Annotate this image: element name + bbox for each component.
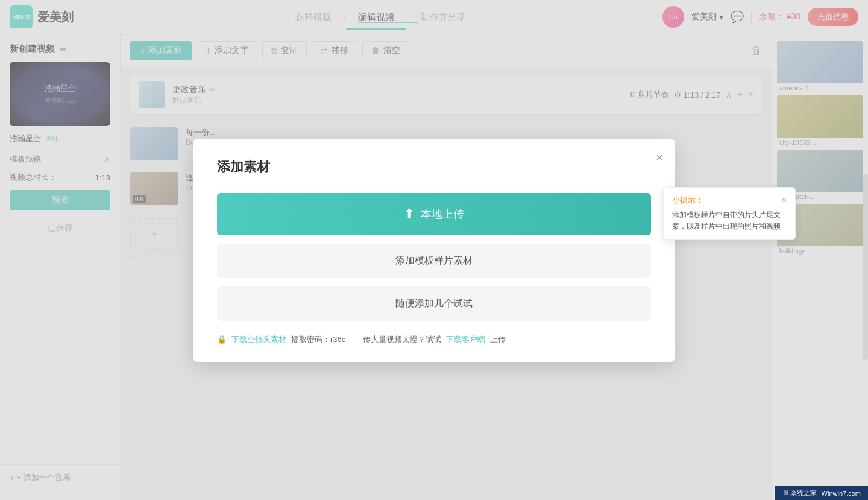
download-client-link[interactable]: 下载客户端 xyxy=(446,334,485,345)
random-add-button[interactable]: 随便添加几个试试 xyxy=(217,286,651,321)
modal-overlay: 添加素材 × ⬆ 本地上传 小提示： × 添加模板样片中自带的片头片尾文案，以及… xyxy=(0,0,868,500)
download-lens-link[interactable]: 下载空镜头素材 xyxy=(231,334,286,345)
add-template-material-button[interactable]: 添加模板样片素材 xyxy=(217,244,651,278)
bottom-subtext: Winwin7.com xyxy=(822,490,861,497)
lock-icon: 🔒 xyxy=(217,335,227,344)
tooltip-title: 小提示： xyxy=(672,195,703,206)
upload-btn-wrapper: ⬆ 本地上传 小提示： × 添加模板样片中自带的片头片尾文案，以及样片中出现的照… xyxy=(217,193,651,235)
modal-close-button[interactable]: × xyxy=(656,151,663,165)
bottom-bar: 🖥 系统之家 Winwin7.com xyxy=(775,486,868,500)
modal-footer: 🔒 下载空镜头素材 提取密码：r36c ｜ 传大量视频太慢？试试 下载客户端 上… xyxy=(217,334,651,345)
tooltip-text: 添加模板样片中自带的片头片尾文案，以及样片中出现的照片和视频 xyxy=(672,209,787,232)
modal-title: 添加素材 xyxy=(217,158,651,176)
tooltip-close-button[interactable]: × xyxy=(782,195,787,205)
bottom-text: 🖥 系统之家 xyxy=(782,489,817,498)
add-material-modal: 添加素材 × ⬆ 本地上传 小提示： × 添加模板样片中自带的片头片尾文案，以及… xyxy=(193,139,675,362)
tooltip-box: 小提示： × 添加模板样片中自带的片头片尾文案，以及样片中出现的照片和视频 xyxy=(663,187,796,240)
upload-icon: ⬆ xyxy=(404,206,415,222)
tooltip-header: 小提示： × xyxy=(672,195,787,206)
local-upload-button[interactable]: ⬆ 本地上传 xyxy=(217,193,651,235)
